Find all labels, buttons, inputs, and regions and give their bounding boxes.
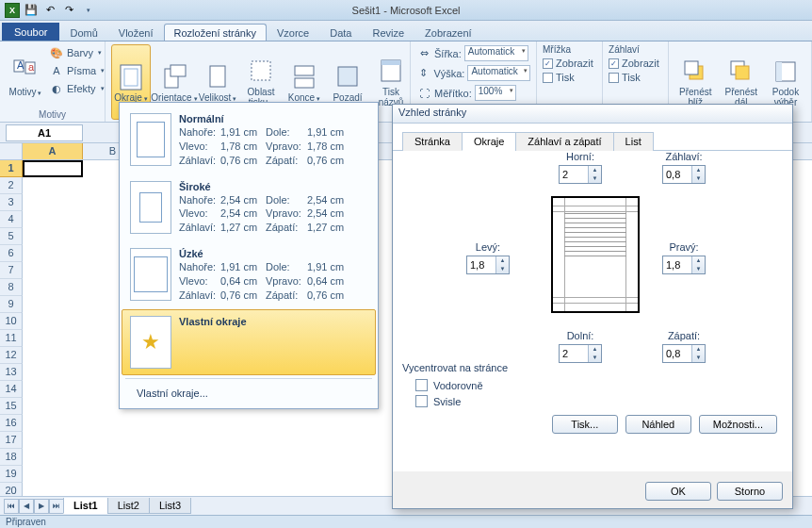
redo-icon[interactable]: ↷ [60,2,77,19]
row-header[interactable]: 3 [0,194,23,211]
effects-button[interactable]: ◐Efekty [49,80,105,97]
margin-header-group: Záhlaví: ▲▼ [662,151,706,184]
margin-right-spinner[interactable]: ▲▼ [662,256,706,274]
dialog-tab-page[interactable]: Stránka [402,132,463,151]
margins-option[interactable]: ŠirokéNahoře:2,54 cmDole:2,54 cmVlevo:2,… [122,174,376,242]
window-title: Sešit1 - Microsoft Excel [352,5,461,16]
row-header[interactable]: 2 [0,177,23,194]
tab-data[interactable]: Data [319,24,362,41]
fonts-button[interactable]: APísma [49,62,105,79]
gridlines-label: Mřížka [543,44,596,55]
tab-insert[interactable]: Vložení [108,24,164,41]
tab-home[interactable]: Domů [59,24,107,41]
options-button[interactable]: Možnosti... [699,415,777,434]
select-all-corner[interactable] [0,143,23,159]
row-header[interactable]: 16 [0,415,23,432]
print-button[interactable]: Tisk... [552,415,618,434]
sheet-tab-2[interactable]: List2 [107,498,150,514]
width-icon: ⇔ [416,46,431,61]
row-header[interactable]: 17 [0,432,23,449]
row-header[interactable]: 9 [0,296,23,313]
margin-left-spinner[interactable]: ▲▼ [466,256,510,274]
headings-print-check[interactable]: Tisk [609,72,662,83]
margins-option-custom[interactable]: ★Vlastní okraje [122,309,376,375]
star-icon: ★ [130,316,171,369]
margin-footer-spinner[interactable]: ▲▼ [662,344,706,363]
row-header[interactable]: 13 [0,364,23,381]
sheet-nav[interactable]: ⏮◀▶⏭ [4,499,64,514]
ok-button[interactable]: OK [645,482,711,501]
send-backward-icon [726,57,756,87]
row-header[interactable]: 7 [0,262,23,279]
colors-button[interactable]: 🎨Barvy [49,44,105,61]
margins-option[interactable]: NormálníNahoře:1,91 cmDole:1,91 cmVlevo:… [122,107,376,174]
tab-file[interactable]: Soubor [2,23,59,41]
width-combo[interactable]: Automatick [464,45,528,61]
margin-left-group: Levý: ▲▼ [466,241,510,274]
row-header[interactable]: 8 [0,279,23,296]
dialog-tabs: Stránka Okraje Záhlaví a zápatí List [393,124,792,151]
tab-review[interactable]: Revize [362,24,414,41]
name-box[interactable]: A1 [6,124,83,141]
margin-option-name: Úzké [179,248,367,259]
title-bar: X 💾 ↶ ↷ Sešit1 - Microsoft Excel [0,0,812,21]
scale-icon: ⛶ [416,86,431,101]
row-header[interactable]: 15 [0,398,23,415]
svg-rect-12 [338,67,357,86]
dialog-tab-headerfooter[interactable]: Záhlaví a zápatí [515,132,613,151]
sheet-tab-3[interactable]: List3 [149,498,191,514]
row-header[interactable]: 12 [0,347,23,364]
sheet-tab-1[interactable]: List1 [63,498,108,514]
gridlines-view-check[interactable]: ✓Zobrazit [543,58,596,69]
svg-rect-16 [685,61,698,74]
headings-view-check[interactable]: ✓Zobrazit [609,58,662,69]
margin-thumb-icon [130,248,171,301]
status-bar: Připraven [0,515,812,528]
margin-top-spinner[interactable]: ▲▼ [559,165,602,184]
undo-icon[interactable]: ↶ [41,2,58,19]
center-horizontal-check[interactable]: Vodorovně [402,377,508,393]
themes-button[interactable]: Aa Motivy [6,44,45,108]
scale-combo[interactable]: 100% [475,85,517,101]
svg-rect-18 [736,66,749,79]
selection-pane-icon [771,57,801,87]
svg-text:A: A [17,59,24,71]
gridlines-print-check[interactable]: Tisk [543,72,596,83]
print-titles-icon [376,57,406,87]
margins-icon [116,62,146,92]
row-header[interactable]: 18 [0,449,23,466]
qat-customize-icon[interactable] [79,2,96,19]
row-header[interactable]: 5 [0,228,23,245]
svg-rect-14 [382,60,400,65]
tab-view[interactable]: Zobrazení [414,24,482,41]
row-header[interactable]: 1 [0,160,23,177]
svg-rect-10 [295,66,314,75]
row-header[interactable]: 14 [0,381,23,398]
margins-option[interactable]: ÚzkéNahoře:1,91 cmDole:1,91 cmVlevo:0,64… [122,241,376,309]
row-header[interactable]: 10 [0,313,23,330]
row-header[interactable]: 4 [0,211,23,228]
svg-text:a: a [28,61,35,73]
preview-button[interactable]: Náhled [625,415,691,434]
tab-page-layout[interactable]: Rozložení stránky [164,24,267,41]
dialog-tab-sheet[interactable]: List [613,132,654,151]
custom-margins-command[interactable]: Vlastní okraje... [122,382,376,404]
cancel-button[interactable]: Storno [717,482,783,501]
center-vertical-check[interactable]: Svisle [402,393,508,409]
ribbon-tabs: Soubor Domů Vložení Rozložení stránky Vz… [0,21,812,41]
svg-rect-11 [295,78,314,88]
row-header[interactable]: 11 [0,330,23,347]
dialog-tab-margins[interactable]: Okraje [462,132,516,151]
save-icon[interactable]: 💾 [23,2,40,19]
svg-rect-9 [252,61,270,80]
margin-bottom-spinner[interactable]: ▲▼ [559,344,602,363]
row-header[interactable]: 6 [0,245,23,262]
svg-rect-20 [776,62,782,81]
height-combo[interactable]: Automatick [467,65,530,81]
col-header-a[interactable]: A [23,143,83,159]
tab-formulas[interactable]: Vzorce [267,24,319,41]
cell-a1[interactable] [23,160,83,177]
margin-header-spinner[interactable]: ▲▼ [662,165,706,184]
breaks-icon [289,62,319,92]
row-header[interactable]: 19 [0,466,23,483]
